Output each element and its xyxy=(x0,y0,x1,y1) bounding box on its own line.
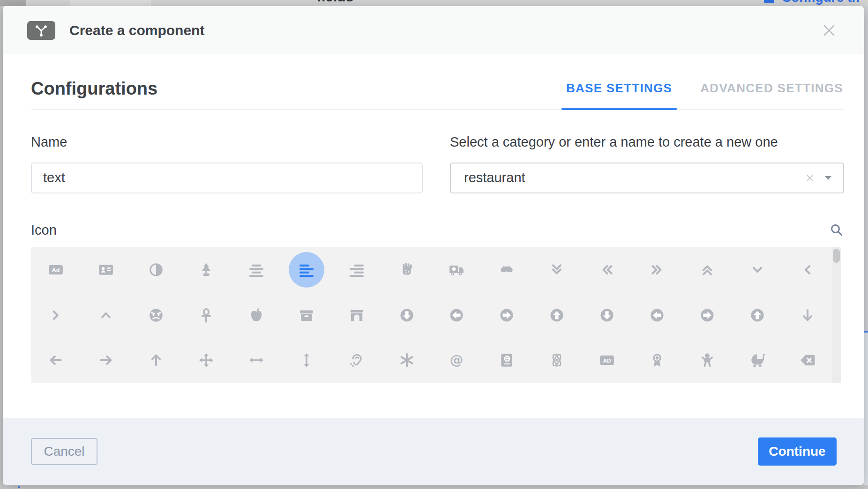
american-sign-language-interpreting-icon xyxy=(499,262,515,278)
tab-base-settings[interactable]: BASE SETTINGS xyxy=(565,81,673,109)
background-fragment xyxy=(864,333,868,485)
arrow-down-icon xyxy=(800,307,816,323)
angle-double-down-icon xyxy=(549,262,565,278)
icon-grid-item-address-card[interactable] xyxy=(81,247,131,293)
arrow-alt-circle-up-icon xyxy=(549,307,565,323)
icon-grid-item-angry[interactable] xyxy=(131,292,181,338)
heading-row: Configurations BASE SETTINGS ADVANCED SE… xyxy=(31,80,844,110)
icon-grid-item-arrow-up[interactable] xyxy=(131,338,181,383)
icon-grid-item-allergies[interactable] xyxy=(382,247,432,293)
arrow-up-icon xyxy=(148,352,164,368)
icon-grid-item-arrow-circle-right[interactable] xyxy=(682,292,732,338)
icon-grid-item-arrows-alt-h[interactable] xyxy=(232,338,282,383)
icon-grid-container: Ad@AD xyxy=(31,247,841,383)
backspace-icon xyxy=(800,352,816,368)
continue-button[interactable]: Continue xyxy=(758,437,837,466)
background-page-right xyxy=(864,0,868,489)
icon-grid-item-baby[interactable] xyxy=(682,338,732,383)
clear-x-icon[interactable] xyxy=(806,174,814,182)
icon-grid-item-angle-right[interactable] xyxy=(31,292,81,338)
background-page-heading-fragment: fields xyxy=(317,0,353,5)
icon-grid-item-atlas[interactable] xyxy=(482,338,532,383)
icon-grid-item-arrow-alt-circle-left[interactable] xyxy=(432,292,482,338)
angle-double-right-icon xyxy=(649,262,665,278)
icon-grid-item-align-center[interactable] xyxy=(232,247,282,293)
icon-grid-item-angle-left[interactable] xyxy=(782,247,832,293)
icon-grid-item-archive[interactable] xyxy=(281,292,331,338)
modal-header: Create a component xyxy=(3,6,864,54)
name-field-label: Name xyxy=(31,134,423,150)
background-fragment xyxy=(70,0,151,6)
category-select[interactable]: restaurant xyxy=(450,163,844,193)
baby-icon xyxy=(699,352,715,368)
icon-grid-item-arrows-alt[interactable] xyxy=(181,338,232,383)
angle-right-icon xyxy=(48,307,64,323)
icon-grid-item-arrow-alt-circle-right[interactable] xyxy=(482,292,532,338)
icon-grid-item-archway[interactable] xyxy=(331,292,382,338)
cancel-button[interactable]: Cancel xyxy=(31,438,97,465)
tab-advanced-settings[interactable]: ADVANCED SETTINGS xyxy=(699,81,844,109)
name-field-group: Name xyxy=(31,134,423,193)
icon-grid-item-adjust[interactable] xyxy=(131,247,181,293)
icon-grid-item-angle-down[interactable] xyxy=(732,247,782,293)
arrow-circle-left-icon xyxy=(649,307,665,323)
align-right-icon xyxy=(349,262,365,278)
svg-text:@: @ xyxy=(450,352,464,368)
close-icon[interactable] xyxy=(821,22,838,39)
icon-picker-label: Icon xyxy=(31,222,57,238)
icon-grid-item-align-left[interactable] xyxy=(281,247,331,293)
icon-grid-item-arrow-right[interactable] xyxy=(81,338,131,383)
icon-grid-item-ad[interactable]: Ad xyxy=(31,247,81,293)
name-input[interactable] xyxy=(43,170,411,185)
assistive-listening-systems-icon xyxy=(349,352,365,368)
arrow-alt-circle-right-icon xyxy=(499,307,515,323)
create-component-modal: Create a component Configurations BASE S… xyxy=(3,6,864,485)
icon-grid-item-arrow-left[interactable] xyxy=(31,338,81,383)
svg-text:Ad: Ad xyxy=(52,267,60,274)
icon-grid-item-align-right[interactable] xyxy=(331,247,382,293)
icon-grid-item-angle-double-up[interactable] xyxy=(682,247,732,293)
caret-down-icon[interactable] xyxy=(823,175,833,181)
icon-grid-item-arrow-alt-circle-up[interactable] xyxy=(532,292,582,338)
adjust-icon xyxy=(148,262,164,278)
icon-grid-item-american-sign-language-interpreting[interactable] xyxy=(482,247,532,293)
apple-alt-icon xyxy=(248,307,264,323)
arrow-circle-up-icon xyxy=(749,307,765,323)
arrow-left-icon xyxy=(48,352,64,368)
icon-grid-item-angle-double-down[interactable] xyxy=(532,247,582,293)
icon-grid-item-apple-alt[interactable] xyxy=(232,292,282,338)
fields-row: Name Select a category or enter a name t… xyxy=(31,134,844,193)
icon-grid-item-arrow-circle-up[interactable] xyxy=(732,292,782,338)
icon-grid-item-backspace[interactable] xyxy=(782,338,832,383)
icon-grid-item-ambulance[interactable] xyxy=(432,247,482,293)
asterisk-icon xyxy=(399,352,415,368)
icon-grid-item-asterisk[interactable] xyxy=(382,338,432,383)
icon-grid-item-arrow-circle-down[interactable] xyxy=(582,292,632,338)
icon-grid-item-angle-up[interactable] xyxy=(81,292,131,338)
icon-grid-item-air-freshener[interactable] xyxy=(181,247,232,293)
icon-grid-item-award[interactable] xyxy=(632,338,682,383)
icon-grid-item-angle-double-left[interactable] xyxy=(582,247,632,293)
icon-grid-item-angle-double-right[interactable] xyxy=(632,247,682,293)
arrows-alt-h-icon xyxy=(248,352,264,368)
icon-grid-item-baby-carriage[interactable] xyxy=(732,338,782,383)
angle-double-up-icon xyxy=(699,262,715,278)
icon-grid-item-arrows-alt-v[interactable] xyxy=(281,338,331,383)
atlas-icon xyxy=(499,352,515,368)
icon-grid-item-arrow-circle-left[interactable] xyxy=(632,292,682,338)
arrows-alt-icon xyxy=(198,352,214,368)
icon-grid-item-arrow-down[interactable] xyxy=(782,292,832,338)
icon-grid-scrollbar[interactable] xyxy=(832,247,841,383)
icon-grid-item-assistive-listening-systems[interactable] xyxy=(331,338,382,383)
icon-grid-item-atom[interactable] xyxy=(532,338,582,383)
icon-grid-item-arrow-alt-circle-down[interactable] xyxy=(382,292,432,338)
category-field-label: Select a category or enter a name to cre… xyxy=(450,134,844,150)
modal-title: Create a component xyxy=(69,22,204,38)
atom-icon xyxy=(549,352,565,368)
icon-grid-item-at[interactable]: @ xyxy=(432,338,482,383)
audio-description-icon: AD xyxy=(599,352,615,368)
search-icon[interactable] xyxy=(829,222,844,237)
icon-grid-item-ankh[interactable] xyxy=(181,292,232,338)
scrollbar-thumb[interactable] xyxy=(833,249,840,263)
icon-grid-item-audio-description[interactable]: AD xyxy=(582,338,632,383)
